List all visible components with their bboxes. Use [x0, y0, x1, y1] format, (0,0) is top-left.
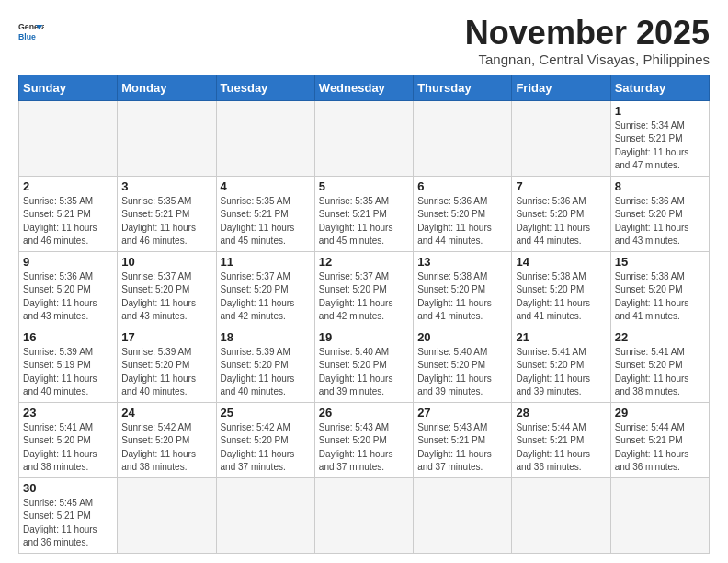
day-number: 27: [417, 406, 507, 419]
day-number: 6: [417, 179, 507, 193]
day-number: 13: [417, 255, 507, 269]
day-info: Sunrise: 5:34 AM Sunset: 5:21 PM Dayligh…: [615, 120, 705, 173]
calendar-cell: 12Sunrise: 5:37 AM Sunset: 5:20 PM Dayli…: [314, 251, 413, 327]
day-number: 3: [121, 179, 211, 193]
calendar-cell: 27Sunrise: 5:43 AM Sunset: 5:21 PM Dayli…: [414, 402, 512, 477]
calendar-cell: [19, 100, 118, 176]
weekday-header-monday: Monday: [118, 75, 216, 100]
day-info: Sunrise: 5:39 AM Sunset: 5:20 PM Dayligh…: [221, 346, 311, 399]
calendar-cell: [414, 100, 512, 176]
day-info: Sunrise: 5:35 AM Sunset: 5:21 PM Dayligh…: [23, 195, 113, 248]
day-number: 29: [615, 406, 705, 419]
day-number: 16: [23, 330, 113, 344]
calendar-cell: 30Sunrise: 5:45 AM Sunset: 5:21 PM Dayli…: [19, 477, 118, 553]
calendar-cell: [512, 477, 610, 553]
calendar-cell: 4Sunrise: 5:35 AM Sunset: 5:21 PM Daylig…: [216, 176, 314, 251]
day-info: Sunrise: 5:35 AM Sunset: 5:21 PM Dayligh…: [121, 195, 211, 248]
weekday-header-friday: Friday: [512, 75, 610, 100]
calendar-cell: [314, 100, 413, 176]
calendar-cell: [512, 100, 610, 176]
calendar-cell: 17Sunrise: 5:39 AM Sunset: 5:20 PM Dayli…: [118, 327, 216, 402]
weekday-header-wednesday: Wednesday: [314, 75, 413, 100]
day-number: 26: [319, 406, 409, 419]
day-info: Sunrise: 5:44 AM Sunset: 5:21 PM Dayligh…: [516, 421, 606, 475]
calendar-cell: 9Sunrise: 5:36 AM Sunset: 5:20 PM Daylig…: [19, 251, 118, 327]
calendar-cell: 22Sunrise: 5:41 AM Sunset: 5:20 PM Dayli…: [610, 327, 709, 402]
day-info: Sunrise: 5:38 AM Sunset: 5:20 PM Dayligh…: [615, 270, 705, 324]
calendar-cell: 8Sunrise: 5:36 AM Sunset: 5:20 PM Daylig…: [610, 176, 709, 251]
calendar-cell: [314, 477, 413, 553]
day-info: Sunrise: 5:40 AM Sunset: 5:20 PM Dayligh…: [417, 346, 507, 399]
day-number: 2: [23, 179, 113, 193]
weekday-header-thursday: Thursday: [414, 75, 512, 100]
day-info: Sunrise: 5:36 AM Sunset: 5:20 PM Dayligh…: [615, 195, 705, 248]
calendar-cell: 26Sunrise: 5:43 AM Sunset: 5:20 PM Dayli…: [314, 402, 413, 477]
day-info: Sunrise: 5:39 AM Sunset: 5:19 PM Dayligh…: [23, 346, 113, 399]
calendar-cell: [216, 477, 314, 553]
day-info: Sunrise: 5:38 AM Sunset: 5:20 PM Dayligh…: [516, 270, 606, 324]
day-info: Sunrise: 5:45 AM Sunset: 5:21 PM Dayligh…: [23, 497, 113, 550]
day-info: Sunrise: 5:44 AM Sunset: 5:21 PM Dayligh…: [615, 421, 705, 475]
calendar-cell: [118, 477, 216, 553]
day-number: 24: [121, 406, 211, 419]
day-number: 10: [121, 255, 211, 269]
calendar-week-row: 23Sunrise: 5:41 AM Sunset: 5:20 PM Dayli…: [19, 402, 710, 477]
day-info: Sunrise: 5:36 AM Sunset: 5:20 PM Dayligh…: [23, 270, 113, 324]
logo-icon: General Blue: [18, 18, 44, 44]
location-title: Tangnan, Central Visayas, Philippines: [465, 52, 710, 67]
calendar-cell: 7Sunrise: 5:36 AM Sunset: 5:20 PM Daylig…: [512, 176, 610, 251]
calendar-cell: 21Sunrise: 5:41 AM Sunset: 5:20 PM Dayli…: [512, 327, 610, 402]
calendar-table: SundayMondayTuesdayWednesdayThursdayFrid…: [18, 75, 710, 554]
calendar-cell: [414, 477, 512, 553]
title-block: November 2025 Tangnan, Central Visayas, …: [465, 15, 710, 67]
calendar-cell: 1Sunrise: 5:34 AM Sunset: 5:21 PM Daylig…: [610, 100, 709, 176]
day-info: Sunrise: 5:41 AM Sunset: 5:20 PM Dayligh…: [516, 346, 606, 399]
day-number: 17: [121, 330, 211, 344]
calendar-cell: 20Sunrise: 5:40 AM Sunset: 5:20 PM Dayli…: [414, 327, 512, 402]
day-number: 8: [615, 179, 705, 193]
day-info: Sunrise: 5:42 AM Sunset: 5:20 PM Dayligh…: [121, 421, 211, 475]
day-number: 15: [615, 255, 705, 269]
day-info: Sunrise: 5:42 AM Sunset: 5:20 PM Dayligh…: [221, 421, 311, 475]
day-number: 22: [615, 330, 705, 344]
weekday-header-saturday: Saturday: [610, 75, 709, 100]
calendar-cell: [216, 100, 314, 176]
calendar-week-row: 1Sunrise: 5:34 AM Sunset: 5:21 PM Daylig…: [19, 100, 710, 176]
logo: General Blue: [18, 18, 44, 44]
calendar-cell: 25Sunrise: 5:42 AM Sunset: 5:20 PM Dayli…: [216, 402, 314, 477]
day-number: 19: [319, 330, 409, 344]
calendar-cell: 15Sunrise: 5:38 AM Sunset: 5:20 PM Dayli…: [610, 251, 709, 327]
day-number: 21: [516, 330, 606, 344]
calendar-cell: 3Sunrise: 5:35 AM Sunset: 5:21 PM Daylig…: [118, 176, 216, 251]
day-info: Sunrise: 5:41 AM Sunset: 5:20 PM Dayligh…: [23, 421, 113, 475]
calendar-cell: 29Sunrise: 5:44 AM Sunset: 5:21 PM Dayli…: [610, 402, 709, 477]
day-info: Sunrise: 5:38 AM Sunset: 5:20 PM Dayligh…: [417, 270, 507, 324]
day-number: 5: [319, 179, 409, 193]
day-info: Sunrise: 5:41 AM Sunset: 5:20 PM Dayligh…: [615, 346, 705, 399]
weekday-header-tuesday: Tuesday: [216, 75, 314, 100]
day-info: Sunrise: 5:37 AM Sunset: 5:20 PM Dayligh…: [221, 270, 311, 324]
header-section: General Blue November 2025 Tangnan, Cent…: [18, 15, 710, 67]
calendar-cell: 14Sunrise: 5:38 AM Sunset: 5:20 PM Dayli…: [512, 251, 610, 327]
calendar-cell: 5Sunrise: 5:35 AM Sunset: 5:21 PM Daylig…: [314, 176, 413, 251]
calendar-cell: 6Sunrise: 5:36 AM Sunset: 5:20 PM Daylig…: [414, 176, 512, 251]
day-number: 12: [319, 255, 409, 269]
calendar-cell: 13Sunrise: 5:38 AM Sunset: 5:20 PM Dayli…: [414, 251, 512, 327]
day-number: 23: [23, 406, 113, 419]
calendar-week-row: 16Sunrise: 5:39 AM Sunset: 5:19 PM Dayli…: [19, 327, 710, 402]
day-info: Sunrise: 5:39 AM Sunset: 5:20 PM Dayligh…: [121, 346, 211, 399]
calendar-week-row: 2Sunrise: 5:35 AM Sunset: 5:21 PM Daylig…: [19, 176, 710, 251]
day-info: Sunrise: 5:35 AM Sunset: 5:21 PM Dayligh…: [221, 195, 311, 248]
day-number: 18: [221, 330, 311, 344]
calendar-week-row: 30Sunrise: 5:45 AM Sunset: 5:21 PM Dayli…: [19, 477, 710, 553]
calendar-week-row: 9Sunrise: 5:36 AM Sunset: 5:20 PM Daylig…: [19, 251, 710, 327]
day-number: 25: [221, 406, 311, 419]
day-number: 28: [516, 406, 606, 419]
day-info: Sunrise: 5:37 AM Sunset: 5:20 PM Dayligh…: [121, 270, 211, 324]
day-number: 7: [516, 179, 606, 193]
day-info: Sunrise: 5:36 AM Sunset: 5:20 PM Dayligh…: [417, 195, 507, 248]
day-info: Sunrise: 5:36 AM Sunset: 5:20 PM Dayligh…: [516, 195, 606, 248]
calendar-cell: 2Sunrise: 5:35 AM Sunset: 5:21 PM Daylig…: [19, 176, 118, 251]
calendar-cell: 23Sunrise: 5:41 AM Sunset: 5:20 PM Dayli…: [19, 402, 118, 477]
day-number: 1: [615, 104, 705, 118]
